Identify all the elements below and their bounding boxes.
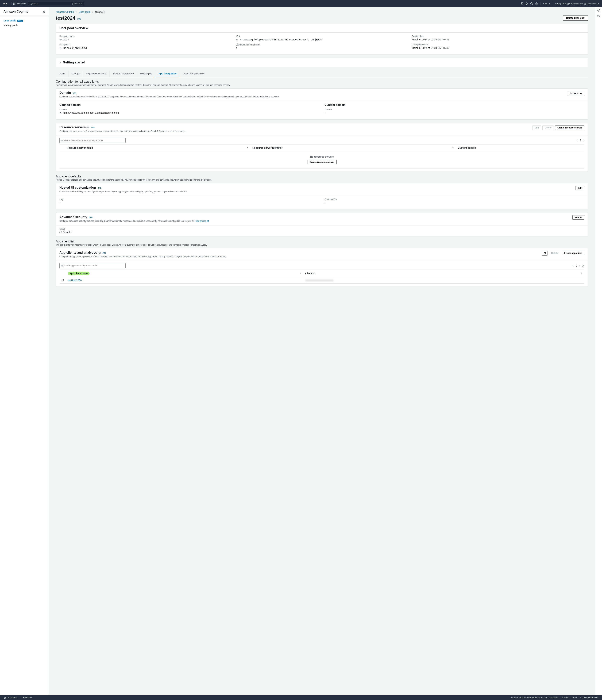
domain-desc: Configure a domain for your Hosted UI an… — [59, 95, 567, 98]
svg-rect-17 — [236, 40, 237, 41]
custom-domain-label: Domain — [324, 108, 584, 111]
tab-messaging[interactable]: Messaging — [137, 70, 155, 77]
info-link[interactable]: Info — [73, 92, 76, 94]
info-link[interactable]: Info — [89, 216, 93, 219]
close-icon[interactable] — [43, 10, 45, 13]
aws-logo[interactable]: aws — [3, 2, 7, 5]
hosted-ui-edit-button[interactable]: Edit — [576, 186, 584, 190]
css-label: Custom CSS — [324, 198, 584, 201]
cloudshell-button[interactable]: CloudShell — [3, 696, 17, 699]
name-label: User pool name — [59, 35, 232, 38]
logo-label: Logo — [59, 198, 319, 201]
pricing-link[interactable]: See pricing — [195, 220, 206, 222]
info-link[interactable]: Info — [98, 187, 101, 189]
rs-col-name[interactable]: Resource server name▲ — [64, 145, 250, 151]
svg-rect-6 — [13, 4, 14, 5]
config-desc: Domain and resource server settings for … — [56, 84, 588, 86]
tab-properties[interactable]: User pool properties — [180, 70, 208, 77]
terms-link[interactable]: Terms — [572, 696, 577, 699]
advanced-security-panel: Advanced security Info Configure advance… — [56, 212, 588, 236]
sidebar-item-identity-pools[interactable]: Identity pools — [3, 23, 45, 28]
ac-col-id[interactable]: Client ID▽ — [303, 270, 584, 277]
ac-desc: Configure an app client. App clients are… — [59, 255, 542, 258]
id-value: us-east-2_pNnjBpLOl — [63, 47, 87, 49]
domain-panel: Domain Info Configure a domain for your … — [56, 89, 588, 119]
app-clients-panel: App clients and analytics (1) Info Confi… — [56, 248, 588, 286]
rs-col-id[interactable]: Resource server identifier▽ — [250, 145, 456, 151]
rs-create-button[interactable]: Create resource server — [555, 125, 584, 130]
privacy-link[interactable]: Privacy — [561, 696, 568, 699]
info-link[interactable]: Info — [102, 252, 106, 254]
app-client-list-title: App client list — [56, 240, 588, 243]
domain-value: https://test2080.auth.us-east-2.amazonco… — [63, 111, 119, 114]
row-radio[interactable] — [61, 279, 64, 281]
services-label: Services — [17, 2, 26, 5]
getting-started-panel[interactable]: Getting started — [56, 58, 588, 67]
region-selector[interactable]: Ohio ▼ — [543, 2, 550, 5]
sidebar-item-user-pools[interactable]: User pools New — [3, 18, 45, 23]
svg-rect-0 — [13, 3, 14, 3]
feedback-link[interactable]: Feedback — [23, 696, 32, 699]
sidebar-title: Amazon Cognito — [3, 10, 28, 14]
domain-actions-button[interactable]: Actions — [567, 91, 584, 96]
caret-right-icon — [59, 61, 61, 64]
css-value: - — [324, 201, 584, 204]
created-value: March 6, 2024 at 01:08 GMT+5:45 — [412, 38, 584, 41]
info-link[interactable]: Info — [77, 18, 81, 20]
external-link-icon — [207, 220, 209, 222]
ac-search-input[interactable] — [63, 264, 124, 267]
status-label: Status — [59, 228, 584, 230]
app-client-link[interactable]: testApp2080 — [68, 279, 82, 282]
ac-col-name[interactable]: App client name▽ — [66, 270, 303, 277]
notifications-icon[interactable] — [525, 2, 528, 5]
services-menu[interactable]: Services — [13, 2, 26, 5]
rs-search-input[interactable] — [63, 139, 124, 142]
info-link[interactable]: Info — [91, 126, 95, 129]
history-icon[interactable] — [597, 14, 600, 17]
users-value: 0 — [236, 47, 408, 50]
tab-signin[interactable]: Sign-in experience — [83, 70, 110, 77]
custom-domain-value: - — [324, 111, 584, 114]
user-menu[interactable]: manoj.khatri@tothenew.com @ ballys-dev ▼ — [555, 2, 599, 5]
cookies-link[interactable]: Cookie preferences — [580, 696, 599, 699]
ac-count: (1) — [98, 251, 101, 254]
overview-panel: User pool overview User pool name test20… — [56, 24, 588, 54]
domain-label: Domain — [59, 108, 319, 111]
rs-desc: Configure resource servers. A resource s… — [59, 130, 532, 133]
copy-icon[interactable] — [59, 47, 62, 50]
svg-line-22 — [62, 266, 63, 267]
client-id-blurred: xxxxxxxxxxxxxxxxxxxxxxx — [305, 279, 333, 282]
search-shortcut: [Option+S] — [72, 2, 82, 5]
table-settings-icon[interactable] — [582, 264, 584, 267]
settings-icon[interactable] — [535, 2, 538, 5]
ac-search[interactable] — [59, 263, 126, 268]
tab-users[interactable]: Users — [56, 70, 69, 77]
refresh-button[interactable] — [542, 251, 548, 256]
breadcrumb-cognito[interactable]: Amazon Cognito — [56, 10, 74, 13]
breadcrumb-userpools[interactable]: User pools — [79, 10, 90, 13]
search-icon — [30, 2, 32, 5]
info-circle-icon[interactable] — [597, 9, 600, 12]
app-client-list-desc: The app clients that integrate your apps… — [56, 244, 588, 246]
search-input[interactable] — [32, 2, 72, 5]
svg-rect-4 — [14, 3, 15, 4]
prev-page-icon — [577, 139, 578, 142]
tab-signup[interactable]: Sign-up experience — [110, 70, 137, 77]
svg-rect-8 — [15, 4, 16, 5]
help-icon[interactable] — [530, 2, 533, 5]
copy-icon[interactable] — [236, 39, 238, 41]
cloudshell-icon[interactable] — [521, 2, 523, 5]
svg-point-13 — [536, 3, 537, 4]
global-search[interactable]: [Option+S] — [28, 2, 84, 5]
rs-search[interactable] — [59, 138, 126, 143]
domain-title: Domain — [59, 91, 71, 95]
rs-empty-create-button[interactable]: Create resource server — [307, 160, 337, 164]
copyright: © 2024, Amazon Web Services, Inc. or its… — [511, 696, 558, 699]
copy-icon[interactable] — [59, 111, 62, 114]
page-title: test2024 — [56, 15, 75, 21]
delete-user-pool-button[interactable]: Delete user pool — [563, 15, 588, 21]
advsec-enable-button[interactable]: Enable — [572, 215, 584, 220]
tab-groups[interactable]: Groups — [69, 70, 83, 77]
tab-app-integration[interactable]: App integration — [155, 70, 180, 77]
ac-create-button[interactable]: Create app client — [561, 251, 584, 255]
